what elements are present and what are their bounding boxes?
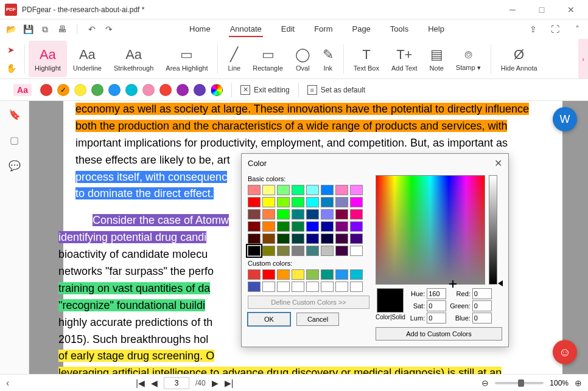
basic-color-swatch[interactable]	[277, 197, 290, 207]
custom-color-swatch[interactable]	[292, 282, 304, 292]
basic-color-swatch[interactable]	[350, 234, 363, 244]
tab-tools[interactable]: Tools	[389, 22, 410, 37]
line-tool[interactable]: ╱Line	[222, 41, 247, 77]
text-box-tool[interactable]: TText Box	[348, 41, 385, 77]
basic-color-swatch[interactable]	[306, 234, 319, 244]
next-page-button[interactable]: ▶	[212, 378, 219, 388]
minimize-button[interactable]: ─	[500, 1, 525, 18]
basic-color-swatch[interactable]	[321, 221, 334, 232]
oval-tool[interactable]: ◯Oval	[289, 41, 317, 77]
hand-tool-icon[interactable]: ✋	[4, 61, 18, 75]
basic-color-swatch[interactable]	[248, 185, 261, 195]
highlighted-text[interactable]: Consider the case of Atomw	[93, 214, 229, 226]
basic-color-swatch[interactable]	[248, 234, 261, 244]
color-swatch[interactable]	[125, 84, 138, 96]
open-icon[interactable]: 📂	[5, 23, 17, 35]
tab-home[interactable]: Home	[188, 22, 212, 37]
custom-color-swatch[interactable]	[306, 269, 319, 280]
basic-color-swatch[interactable]	[277, 221, 290, 232]
custom-color-swatch[interactable]	[306, 282, 319, 292]
basic-color-swatch[interactable]	[321, 197, 334, 207]
add-text-tool[interactable]: T+Add Text	[385, 41, 424, 77]
tab-help[interactable]: Help	[427, 22, 446, 37]
undo-icon[interactable]: ↶	[86, 23, 98, 35]
basic-color-swatch[interactable]	[292, 185, 304, 195]
basic-color-swatch[interactable]	[292, 209, 304, 220]
highlighted-text[interactable]: process itself, with consequenc	[75, 171, 227, 183]
page-input[interactable]	[164, 377, 189, 389]
basic-color-swatch[interactable]	[262, 197, 275, 207]
cancel-button[interactable]: Cancel	[296, 313, 339, 326]
custom-color-swatch[interactable]	[350, 282, 363, 292]
note-tool[interactable]: ▤Note	[424, 41, 450, 77]
basic-color-swatch[interactable]	[335, 209, 348, 220]
basic-color-swatch[interactable]	[277, 246, 290, 256]
dialog-close-icon[interactable]: ✕	[494, 157, 502, 169]
share-icon[interactable]: ⇪	[527, 23, 539, 35]
color-swatch[interactable]	[74, 84, 86, 96]
basic-color-swatch[interactable]	[306, 209, 319, 220]
basic-color-swatch[interactable]	[321, 209, 334, 220]
maximize-button[interactable]: □	[530, 1, 554, 18]
lum-input[interactable]	[427, 313, 446, 324]
color-swatch[interactable]	[108, 84, 121, 96]
highlighted-text[interactable]: training on vast quantities of da	[58, 282, 210, 294]
color-swatch[interactable]	[159, 84, 172, 96]
green-input[interactable]	[472, 300, 492, 311]
custom-color-swatch[interactable]	[321, 269, 334, 280]
basic-color-swatch[interactable]	[350, 246, 363, 256]
basic-color-swatch[interactable]	[277, 185, 290, 195]
color-swatch[interactable]	[91, 84, 103, 96]
basic-color-swatch[interactable]	[306, 197, 319, 207]
underline-tool[interactable]: AaUnderline	[67, 41, 108, 77]
basic-color-swatch[interactable]	[262, 209, 275, 220]
basic-color-swatch[interactable]	[248, 246, 261, 256]
stamp-tool[interactable]: ⌾Stamp ▾	[450, 41, 487, 77]
highlighted-text[interactable]: economy as well as society at large. The…	[75, 103, 529, 115]
custom-color-swatch[interactable]	[277, 282, 290, 292]
collapse-ribbon-icon[interactable]: ˄	[571, 23, 583, 35]
basic-color-swatch[interactable]	[248, 197, 261, 207]
color-swatch[interactable]	[142, 84, 155, 96]
close-button[interactable]: ✕	[559, 1, 583, 18]
select-tool-icon[interactable]: ➤	[4, 43, 18, 57]
basic-color-swatch[interactable]	[306, 221, 319, 232]
fullscreen-icon[interactable]: ⛶	[549, 23, 561, 35]
color-swatch[interactable]	[177, 84, 189, 96]
custom-color-swatch[interactable]	[350, 269, 363, 280]
exit-editing-button[interactable]: ✕ Exit editing	[240, 85, 290, 95]
basic-color-swatch[interactable]	[292, 197, 304, 207]
basic-color-swatch[interactable]	[335, 185, 348, 195]
define-custom-button[interactable]: Define Custom Colors >>	[248, 296, 369, 309]
basic-color-swatch[interactable]	[262, 234, 275, 244]
basic-color-swatch[interactable]	[262, 185, 275, 195]
basic-color-swatch[interactable]	[321, 185, 334, 195]
custom-color-swatch[interactable]	[248, 269, 261, 280]
tab-form[interactable]: Form	[313, 22, 334, 37]
blue-input[interactable]	[472, 313, 492, 324]
basic-color-swatch[interactable]	[350, 197, 363, 207]
custom-color-swatch[interactable]	[277, 269, 290, 280]
hue-input[interactable]	[427, 288, 446, 299]
last-page-button[interactable]: ▶|	[225, 378, 234, 388]
zoom-thumb[interactable]	[518, 379, 524, 387]
basic-color-swatch[interactable]	[335, 234, 348, 244]
basic-color-swatch[interactable]	[248, 209, 261, 220]
tab-page[interactable]: Page	[351, 22, 371, 37]
basic-color-swatch[interactable]	[321, 246, 334, 256]
basic-color-swatch[interactable]	[306, 185, 319, 195]
basic-color-swatch[interactable]	[335, 246, 348, 256]
custom-color-swatch[interactable]	[248, 282, 261, 292]
comments-icon[interactable]: 💬	[7, 158, 22, 173]
basic-color-swatch[interactable]	[277, 234, 290, 244]
custom-color-swatch[interactable]	[335, 282, 348, 292]
color-swatch[interactable]: ✓	[57, 84, 69, 96]
color-swatch[interactable]	[194, 84, 206, 96]
highlighted-text[interactable]: "recognize" foundational buildi	[58, 299, 205, 311]
highlighted-text[interactable]: of early stage drug screening. O	[58, 350, 214, 362]
luminance-slider[interactable]	[489, 175, 497, 285]
saveall-icon[interactable]: ⧉	[39, 23, 51, 35]
color-swatch[interactable]	[40, 84, 52, 96]
custom-color-swatch[interactable]	[335, 269, 348, 280]
custom-color-swatch[interactable]	[262, 282, 275, 292]
